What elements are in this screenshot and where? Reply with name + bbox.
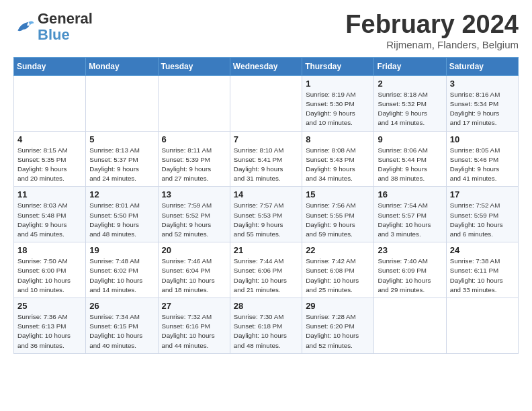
calendar-cell: 14Sunrise: 7:57 AM Sunset: 5:53 PM Dayli… — [230, 187, 302, 242]
day-number: 7 — [234, 134, 298, 144]
day-info: Sunrise: 8:08 AM Sunset: 5:43 PM Dayligh… — [306, 146, 370, 184]
logo-text: GeneralBlue — [38, 11, 93, 43]
day-number: 4 — [17, 134, 82, 144]
calendar-cell: 17Sunrise: 7:52 AM Sunset: 5:59 PM Dayli… — [446, 187, 518, 242]
calendar-week-1: 1Sunrise: 8:19 AM Sunset: 5:30 PM Daylig… — [14, 75, 519, 131]
day-number: 9 — [378, 134, 442, 144]
calendar-cell — [158, 75, 230, 131]
day-number: 20 — [162, 245, 226, 255]
day-number: 8 — [306, 134, 370, 144]
calendar-cell: 20Sunrise: 7:46 AM Sunset: 6:04 PM Dayli… — [158, 242, 230, 298]
header-wednesday: Wednesday — [230, 57, 302, 75]
day-info: Sunrise: 8:15 AM Sunset: 5:35 PM Dayligh… — [17, 146, 82, 184]
calendar-cell: 23Sunrise: 7:40 AM Sunset: 6:09 PM Dayli… — [374, 242, 446, 298]
calendar-cell: 9Sunrise: 8:06 AM Sunset: 5:44 PM Daylig… — [374, 131, 446, 187]
day-info: Sunrise: 8:19 AM Sunset: 5:30 PM Dayligh… — [306, 90, 370, 128]
day-number: 10 — [450, 134, 515, 144]
day-number: 19 — [89, 245, 154, 255]
calendar-cell: 5Sunrise: 8:13 AM Sunset: 5:37 PM Daylig… — [86, 131, 158, 187]
calendar-cell: 1Sunrise: 8:19 AM Sunset: 5:30 PM Daylig… — [302, 75, 374, 131]
calendar-cell — [374, 298, 446, 354]
calendar-header: Sunday Monday Tuesday Wednesday Thursday… — [14, 57, 519, 75]
day-info: Sunrise: 7:48 AM Sunset: 6:02 PM Dayligh… — [89, 257, 154, 295]
day-number: 6 — [162, 134, 226, 144]
calendar-cell: 3Sunrise: 8:16 AM Sunset: 5:34 PM Daylig… — [446, 75, 518, 131]
calendar-cell: 16Sunrise: 7:54 AM Sunset: 5:57 PM Dayli… — [374, 187, 446, 242]
calendar-cell: 22Sunrise: 7:42 AM Sunset: 6:08 PM Dayli… — [302, 242, 374, 298]
header-monday: Monday — [86, 57, 158, 75]
calendar-cell: 2Sunrise: 8:18 AM Sunset: 5:32 PM Daylig… — [374, 75, 446, 131]
calendar-week-2: 4Sunrise: 8:15 AM Sunset: 5:35 PM Daylig… — [14, 131, 519, 187]
month-title: February 2024 — [345, 11, 519, 39]
calendar-cell: 8Sunrise: 8:08 AM Sunset: 5:43 PM Daylig… — [302, 131, 374, 187]
day-number: 11 — [17, 189, 82, 199]
day-info: Sunrise: 7:50 AM Sunset: 6:00 PM Dayligh… — [17, 257, 82, 295]
day-number: 27 — [162, 301, 226, 311]
day-number: 23 — [378, 245, 442, 255]
calendar-cell: 4Sunrise: 8:15 AM Sunset: 5:35 PM Daylig… — [14, 131, 86, 187]
location-subtitle: Rijmenam, Flanders, Belgium — [345, 39, 519, 50]
calendar-cell: 24Sunrise: 7:38 AM Sunset: 6:11 PM Dayli… — [446, 242, 518, 298]
day-number: 15 — [306, 189, 370, 199]
calendar-cell — [230, 75, 302, 131]
day-info: Sunrise: 7:30 AM Sunset: 6:18 PM Dayligh… — [234, 312, 298, 351]
day-info: Sunrise: 7:38 AM Sunset: 6:11 PM Dayligh… — [450, 257, 515, 295]
day-number: 22 — [306, 245, 370, 255]
day-info: Sunrise: 8:01 AM Sunset: 5:50 PM Dayligh… — [89, 201, 154, 239]
day-number: 28 — [234, 301, 298, 311]
header-saturday: Saturday — [446, 57, 518, 75]
calendar-week-4: 18Sunrise: 7:50 AM Sunset: 6:00 PM Dayli… — [14, 242, 519, 298]
day-info: Sunrise: 7:42 AM Sunset: 6:08 PM Dayligh… — [306, 257, 370, 295]
calendar-cell: 6Sunrise: 8:11 AM Sunset: 5:39 PM Daylig… — [158, 131, 230, 187]
logo: GeneralBlue — [13, 11, 93, 43]
day-number: 21 — [234, 245, 298, 255]
calendar-cell: 12Sunrise: 8:01 AM Sunset: 5:50 PM Dayli… — [86, 187, 158, 242]
day-number: 2 — [378, 79, 442, 89]
header-friday: Friday — [374, 57, 446, 75]
calendar-table: Sunday Monday Tuesday Wednesday Thursday… — [13, 57, 519, 354]
calendar-cell: 11Sunrise: 8:03 AM Sunset: 5:48 PM Dayli… — [14, 187, 86, 242]
title-area: February 2024 Rijmenam, Flanders, Belgiu… — [345, 11, 519, 50]
day-info: Sunrise: 8:06 AM Sunset: 5:44 PM Dayligh… — [378, 146, 442, 184]
day-info: Sunrise: 8:10 AM Sunset: 5:41 PM Dayligh… — [234, 146, 298, 184]
day-number: 16 — [378, 189, 442, 199]
header-tuesday: Tuesday — [158, 57, 230, 75]
calendar-cell: 28Sunrise: 7:30 AM Sunset: 6:18 PM Dayli… — [230, 298, 302, 354]
day-info: Sunrise: 8:11 AM Sunset: 5:39 PM Dayligh… — [162, 146, 226, 184]
day-info: Sunrise: 8:03 AM Sunset: 5:48 PM Dayligh… — [17, 201, 82, 239]
calendar-cell — [446, 298, 518, 354]
day-number: 1 — [306, 79, 370, 89]
calendar-body: 1Sunrise: 8:19 AM Sunset: 5:30 PM Daylig… — [14, 75, 519, 353]
day-number: 13 — [162, 189, 226, 199]
day-number: 5 — [89, 134, 154, 144]
calendar-cell: 15Sunrise: 7:56 AM Sunset: 5:55 PM Dayli… — [302, 187, 374, 242]
day-info: Sunrise: 7:44 AM Sunset: 6:06 PM Dayligh… — [234, 257, 298, 295]
calendar-week-5: 25Sunrise: 7:36 AM Sunset: 6:13 PM Dayli… — [14, 298, 519, 354]
calendar-cell: 19Sunrise: 7:48 AM Sunset: 6:02 PM Dayli… — [86, 242, 158, 298]
day-info: Sunrise: 8:13 AM Sunset: 5:37 PM Dayligh… — [89, 146, 154, 184]
day-number: 25 — [17, 301, 82, 311]
day-number: 29 — [306, 301, 370, 311]
calendar-cell: 21Sunrise: 7:44 AM Sunset: 6:06 PM Dayli… — [230, 242, 302, 298]
day-number: 24 — [450, 245, 515, 255]
calendar-cell: 27Sunrise: 7:32 AM Sunset: 6:16 PM Dayli… — [158, 298, 230, 354]
calendar-cell — [14, 75, 86, 131]
calendar-cell: 13Sunrise: 7:59 AM Sunset: 5:52 PM Dayli… — [158, 187, 230, 242]
header-sunday: Sunday — [14, 57, 86, 75]
calendar-cell: 26Sunrise: 7:34 AM Sunset: 6:15 PM Dayli… — [86, 298, 158, 354]
calendar-cell: 18Sunrise: 7:50 AM Sunset: 6:00 PM Dayli… — [14, 242, 86, 298]
day-number: 12 — [89, 189, 154, 199]
day-info: Sunrise: 8:05 AM Sunset: 5:46 PM Dayligh… — [450, 146, 515, 184]
logo-icon — [13, 17, 35, 36]
calendar-week-3: 11Sunrise: 8:03 AM Sunset: 5:48 PM Dayli… — [14, 187, 519, 242]
day-info: Sunrise: 7:28 AM Sunset: 6:20 PM Dayligh… — [306, 312, 370, 351]
day-number: 26 — [89, 301, 154, 311]
header-thursday: Thursday — [302, 57, 374, 75]
calendar-cell: 7Sunrise: 8:10 AM Sunset: 5:41 PM Daylig… — [230, 131, 302, 187]
day-info: Sunrise: 7:54 AM Sunset: 5:57 PM Dayligh… — [378, 201, 442, 239]
day-number: 3 — [450, 79, 515, 89]
day-number: 18 — [17, 245, 82, 255]
day-info: Sunrise: 7:52 AM Sunset: 5:59 PM Dayligh… — [450, 201, 515, 239]
day-info: Sunrise: 7:56 AM Sunset: 5:55 PM Dayligh… — [306, 201, 370, 239]
calendar-cell — [86, 75, 158, 131]
